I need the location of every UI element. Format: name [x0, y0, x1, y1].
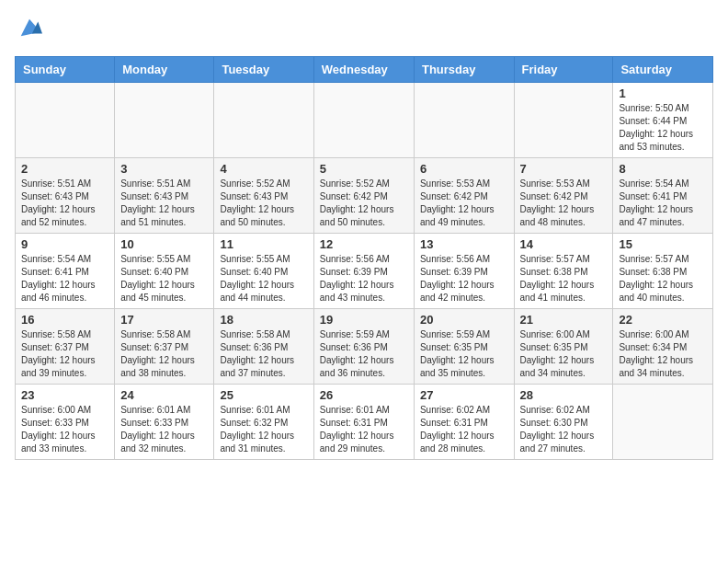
calendar-cell: 16Sunrise: 5:58 AM Sunset: 6:37 PM Dayli…	[16, 309, 115, 385]
day-info: Sunrise: 5:55 AM Sunset: 6:40 PM Dayligh…	[120, 253, 208, 304]
day-info: Sunrise: 5:53 AM Sunset: 6:42 PM Dayligh…	[520, 178, 608, 229]
calendar-cell: 11Sunrise: 5:55 AM Sunset: 6:40 PM Dayli…	[214, 234, 313, 309]
day-number: 21	[520, 313, 608, 327]
calendar-cell: 27Sunrise: 6:02 AM Sunset: 6:31 PM Dayli…	[414, 385, 514, 460]
day-info: Sunrise: 5:53 AM Sunset: 6:42 PM Dayligh…	[420, 178, 508, 229]
day-info: Sunrise: 5:59 AM Sunset: 6:36 PM Dayligh…	[320, 328, 408, 380]
calendar-cell: 6Sunrise: 5:53 AM Sunset: 6:42 PM Daylig…	[414, 158, 514, 234]
calendar-cell: 7Sunrise: 5:53 AM Sunset: 6:42 PM Daylig…	[514, 158, 613, 234]
calendar-cell: 25Sunrise: 6:01 AM Sunset: 6:32 PM Dayli…	[214, 385, 313, 460]
calendar-cell: 9Sunrise: 5:54 AM Sunset: 6:41 PM Daylig…	[16, 234, 115, 309]
day-info: Sunrise: 5:54 AM Sunset: 6:41 PM Dayligh…	[619, 178, 707, 229]
logo-icon	[17, 15, 42, 40]
day-number: 19	[320, 313, 408, 327]
calendar-cell	[214, 83, 313, 158]
calendar-cell	[313, 83, 414, 158]
calendar-cell	[613, 385, 713, 460]
day-number: 18	[220, 313, 307, 327]
day-number: 2	[21, 162, 108, 176]
day-number: 11	[220, 237, 307, 251]
day-number: 9	[21, 237, 108, 251]
day-number: 27	[420, 388, 508, 402]
day-number: 13	[420, 237, 508, 251]
day-info: Sunrise: 6:01 AM Sunset: 6:32 PM Dayligh…	[220, 404, 307, 455]
page-header	[15, 15, 713, 45]
day-number: 8	[619, 162, 707, 176]
day-info: Sunrise: 5:58 AM Sunset: 6:37 PM Dayligh…	[120, 328, 208, 380]
calendar-cell: 18Sunrise: 5:58 AM Sunset: 6:36 PM Dayli…	[214, 309, 313, 385]
day-number: 14	[520, 237, 608, 251]
day-number: 24	[120, 388, 208, 402]
day-number: 20	[420, 313, 508, 327]
weekday-header-tuesday: Tuesday	[214, 57, 313, 83]
day-info: Sunrise: 6:01 AM Sunset: 6:33 PM Dayligh…	[120, 404, 208, 455]
day-number: 12	[320, 237, 408, 251]
calendar-cell: 21Sunrise: 6:00 AM Sunset: 6:35 PM Dayli…	[514, 309, 613, 385]
calendar-week-row: 23Sunrise: 6:00 AM Sunset: 6:33 PM Dayli…	[16, 385, 713, 460]
weekday-header-saturday: Saturday	[613, 57, 713, 83]
day-info: Sunrise: 5:55 AM Sunset: 6:40 PM Dayligh…	[220, 253, 307, 304]
day-info: Sunrise: 5:59 AM Sunset: 6:35 PM Dayligh…	[420, 328, 508, 380]
calendar-cell	[16, 83, 115, 158]
calendar-cell: 5Sunrise: 5:52 AM Sunset: 6:42 PM Daylig…	[313, 158, 414, 234]
calendar-cell: 3Sunrise: 5:51 AM Sunset: 6:43 PM Daylig…	[115, 158, 214, 234]
day-number: 17	[120, 313, 208, 327]
day-number: 3	[120, 162, 208, 176]
day-info: Sunrise: 5:54 AM Sunset: 6:41 PM Dayligh…	[21, 253, 108, 304]
calendar-cell: 28Sunrise: 6:02 AM Sunset: 6:30 PM Dayli…	[514, 385, 613, 460]
calendar-cell: 23Sunrise: 6:00 AM Sunset: 6:33 PM Dayli…	[16, 385, 115, 460]
calendar-cell: 10Sunrise: 5:55 AM Sunset: 6:40 PM Dayli…	[115, 234, 214, 309]
day-number: 28	[520, 388, 608, 402]
weekday-header-row: SundayMondayTuesdayWednesdayThursdayFrid…	[16, 57, 713, 83]
day-info: Sunrise: 5:58 AM Sunset: 6:37 PM Dayligh…	[21, 328, 108, 380]
day-number: 7	[520, 162, 608, 176]
calendar-week-row: 1Sunrise: 5:50 AM Sunset: 6:44 PM Daylig…	[16, 83, 713, 158]
day-number: 4	[220, 162, 307, 176]
calendar-week-row: 2Sunrise: 5:51 AM Sunset: 6:43 PM Daylig…	[16, 158, 713, 234]
day-number: 15	[619, 237, 707, 251]
day-info: Sunrise: 5:52 AM Sunset: 6:42 PM Dayligh…	[320, 178, 408, 229]
day-info: Sunrise: 5:51 AM Sunset: 6:43 PM Dayligh…	[21, 178, 108, 229]
calendar-cell	[115, 83, 214, 158]
calendar-cell: 17Sunrise: 5:58 AM Sunset: 6:37 PM Dayli…	[115, 309, 214, 385]
calendar-cell: 19Sunrise: 5:59 AM Sunset: 6:36 PM Dayli…	[313, 309, 414, 385]
calendar-week-row: 16Sunrise: 5:58 AM Sunset: 6:37 PM Dayli…	[16, 309, 713, 385]
calendar-table: SundayMondayTuesdayWednesdayThursdayFrid…	[15, 56, 713, 460]
calendar-cell: 13Sunrise: 5:56 AM Sunset: 6:39 PM Dayli…	[414, 234, 514, 309]
calendar-cell: 15Sunrise: 5:57 AM Sunset: 6:38 PM Dayli…	[613, 234, 713, 309]
weekday-header-thursday: Thursday	[414, 57, 514, 83]
day-info: Sunrise: 5:50 AM Sunset: 6:44 PM Dayligh…	[619, 102, 707, 154]
calendar-cell: 8Sunrise: 5:54 AM Sunset: 6:41 PM Daylig…	[613, 158, 713, 234]
weekday-header-sunday: Sunday	[16, 57, 115, 83]
calendar-cell: 12Sunrise: 5:56 AM Sunset: 6:39 PM Dayli…	[313, 234, 414, 309]
day-info: Sunrise: 6:02 AM Sunset: 6:30 PM Dayligh…	[520, 404, 608, 455]
day-info: Sunrise: 6:01 AM Sunset: 6:31 PM Dayligh…	[320, 404, 408, 455]
logo-text	[15, 15, 42, 45]
day-number: 6	[420, 162, 508, 176]
calendar-week-row: 9Sunrise: 5:54 AM Sunset: 6:41 PM Daylig…	[16, 234, 713, 309]
calendar-cell: 24Sunrise: 6:01 AM Sunset: 6:33 PM Dayli…	[115, 385, 214, 460]
day-info: Sunrise: 5:56 AM Sunset: 6:39 PM Dayligh…	[320, 253, 408, 304]
calendar-cell	[414, 83, 514, 158]
day-info: Sunrise: 6:02 AM Sunset: 6:31 PM Dayligh…	[420, 404, 508, 455]
day-info: Sunrise: 5:51 AM Sunset: 6:43 PM Dayligh…	[120, 178, 208, 229]
day-number: 1	[619, 86, 707, 100]
calendar-cell: 4Sunrise: 5:52 AM Sunset: 6:43 PM Daylig…	[214, 158, 313, 234]
calendar-cell: 1Sunrise: 5:50 AM Sunset: 6:44 PM Daylig…	[613, 83, 713, 158]
day-number: 23	[21, 388, 108, 402]
day-info: Sunrise: 5:52 AM Sunset: 6:43 PM Dayligh…	[220, 178, 307, 229]
day-number: 10	[120, 237, 208, 251]
day-number: 5	[320, 162, 408, 176]
day-info: Sunrise: 6:00 AM Sunset: 6:35 PM Dayligh…	[520, 328, 608, 380]
calendar-cell: 26Sunrise: 6:01 AM Sunset: 6:31 PM Dayli…	[313, 385, 414, 460]
day-number: 26	[320, 388, 408, 402]
calendar-cell: 20Sunrise: 5:59 AM Sunset: 6:35 PM Dayli…	[414, 309, 514, 385]
day-info: Sunrise: 6:00 AM Sunset: 6:33 PM Dayligh…	[21, 404, 108, 455]
day-info: Sunrise: 5:57 AM Sunset: 6:38 PM Dayligh…	[619, 253, 707, 304]
day-number: 22	[619, 313, 707, 327]
weekday-header-friday: Friday	[514, 57, 613, 83]
logo	[15, 15, 44, 45]
calendar-cell	[514, 83, 613, 158]
calendar-cell: 14Sunrise: 5:57 AM Sunset: 6:38 PM Dayli…	[514, 234, 613, 309]
calendar-cell: 2Sunrise: 5:51 AM Sunset: 6:43 PM Daylig…	[16, 158, 115, 234]
